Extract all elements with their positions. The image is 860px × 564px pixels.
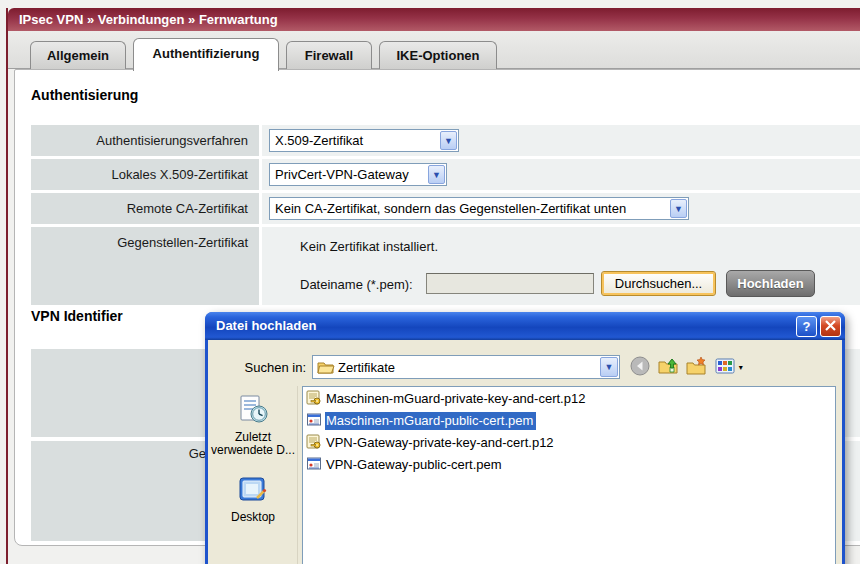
dialog-help-button[interactable]: ? [796, 316, 817, 337]
place-label: Zuletzt verwendete D... [208, 431, 298, 457]
chevron-down-icon: ▼ [428, 165, 445, 184]
section-title-authentisierung: Authentisierung [31, 87, 138, 103]
place-desktop[interactable]: Desktop [208, 474, 298, 524]
row-value-cell: Kein CA-Zertifikat, sondern das Gegenste… [262, 193, 860, 224]
select-lokales-zertifikat[interactable]: PrivCert-VPN-Gateway ▼ [269, 163, 447, 186]
place-recent-documents[interactable]: Zuletzt verwendete D... [208, 394, 298, 457]
places-bar: Zuletzt verwendete D... Desktop [208, 386, 298, 564]
file-name: VPN-Gateway-public-cert.pem [325, 456, 505, 474]
row-label: Authentisierungsverfahren [31, 125, 259, 156]
upload-button[interactable]: Hochladen [726, 270, 815, 297]
file-name-label: Dateiname (*.pem): [300, 277, 413, 292]
row-label: Gegenstellen-Zertifikat [31, 227, 259, 305]
dialog-title: Datei hochladen [216, 318, 316, 333]
select-remote-ca-zertifikat[interactable]: Kein CA-Zertifikat, sondern das Gegenste… [269, 197, 689, 220]
file-row[interactable]: VPN-Gateway-private-key-and-cert.p12 [306, 434, 557, 454]
row-value-cell: Kein Zertifikat installiert. Dateiname (… [262, 227, 860, 305]
breadcrumb: IPsec VPN » Verbindungen » Fernwartung [8, 8, 860, 31]
page-left-border [6, 8, 8, 564]
views-menu-button[interactable]: ▾ [712, 355, 746, 379]
dialog-body: Suchen in: Zertifikate ▼ ▾ [208, 340, 842, 564]
row-label: Remote CA-Zertifikat [31, 193, 259, 224]
folder-up-icon [658, 356, 678, 376]
section-title-vpn-identifier: VPN Identifier [31, 308, 123, 324]
file-list[interactable]: Maschinen-mGuard-private-key-and-cert.p1… [302, 386, 836, 564]
look-in-combobox[interactable]: Zertifikate ▼ [312, 355, 620, 379]
row-value-cell: X.509-Zertifikat ▼ [262, 125, 860, 156]
partially-hidden-label-fragment: Ge [161, 446, 206, 461]
close-icon[interactable] [820, 316, 841, 337]
screen: IPsec VPN » Verbindungen » Fernwartung A… [0, 0, 860, 564]
file-row-selected[interactable]: Maschinen-mGuard-public-cert.pem [306, 412, 536, 432]
select-authentisierungsverfahren[interactable]: X.509-Zertifikat ▼ [269, 129, 459, 152]
file-upload-dialog: Datei hochladen ? Suchen in: Zertifikate… [205, 312, 845, 564]
form-row-authentisierungsverfahren: Authentisierungsverfahren X.509-Zertifik… [31, 125, 860, 156]
folder-open-icon [317, 359, 335, 375]
tab-ike-optionen[interactable]: IKE-Optionen [379, 41, 497, 69]
caret-down-icon: ▾ [739, 363, 743, 372]
new-folder-icon [686, 356, 706, 376]
tab-firewall[interactable]: Firewall [286, 41, 372, 69]
file-name: Maschinen-mGuard-public-cert.pem [325, 412, 536, 430]
desktop-icon [237, 474, 269, 506]
tab-authentifizierung[interactable]: Authentifizierung [133, 38, 279, 71]
file-name: VPN-Gateway-private-key-and-cert.p12 [325, 434, 557, 452]
look-in-label: Suchen in: [232, 360, 306, 375]
file-name: Maschinen-mGuard-private-key-and-cert.p1… [325, 390, 588, 408]
browse-button[interactable]: Durchsuchen... [601, 271, 716, 296]
chevron-down-icon: ▼ [600, 357, 618, 377]
tab-allgemein[interactable]: Allgemein [30, 41, 126, 69]
form-row-remote-ca-zertifikat: Remote CA-Zertifikat Kein CA-Zertifikat,… [31, 193, 860, 224]
p12-certificate-key-icon [306, 390, 322, 406]
pem-certificate-icon [306, 412, 322, 428]
file-row[interactable]: VPN-Gateway-public-cert.pem [306, 456, 505, 476]
tab-bar: Allgemein Authentifizierung Firewall IKE… [8, 31, 860, 69]
p12-certificate-key-icon [306, 434, 322, 450]
form-row-gegenstellen-zertifikat: Gegenstellen-Zertifikat Kein Zertifikat … [31, 227, 860, 305]
dialog-titlebar[interactable]: Datei hochladen ? [205, 312, 845, 340]
select-value: X.509-Zertifikat [275, 133, 436, 148]
breadcrumb-text: IPsec VPN » Verbindungen » Fernwartung [19, 12, 278, 27]
select-value: Kein CA-Zertifikat, sondern das Gegenste… [275, 201, 666, 216]
select-value: PrivCert-VPN-Gateway [275, 167, 424, 182]
back-button[interactable] [628, 355, 652, 379]
row-label: Lokales X.509-Zertifikat [31, 159, 259, 190]
close-x-icon [825, 320, 836, 331]
file-name-input[interactable] [426, 273, 594, 294]
row-value-cell: PrivCert-VPN-Gateway ▼ [262, 159, 860, 190]
pem-certificate-icon [306, 456, 322, 472]
back-arrow-icon [630, 356, 650, 376]
chevron-down-icon: ▼ [440, 131, 457, 150]
chevron-down-icon: ▼ [670, 199, 687, 218]
form-row-lokales-zertifikat: Lokales X.509-Zertifikat PrivCert-VPN-Ga… [31, 159, 860, 190]
place-label: Desktop [208, 511, 298, 524]
cert-status-text: Kein Zertifikat installiert. [300, 239, 438, 254]
new-folder-button[interactable] [684, 355, 708, 379]
views-grid-icon [715, 356, 735, 376]
recent-documents-icon [237, 394, 269, 426]
up-one-level-button[interactable] [656, 355, 680, 379]
look-in-value: Zertifikate [338, 360, 395, 375]
file-row[interactable]: Maschinen-mGuard-private-key-and-cert.p1… [306, 390, 588, 410]
